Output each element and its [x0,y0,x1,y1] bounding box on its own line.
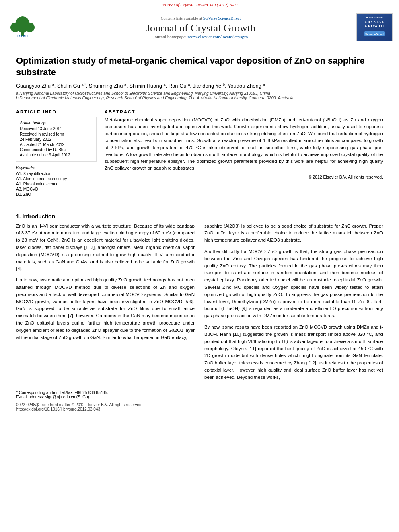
available-online: Available online 9 April 2012 [20,153,93,157]
logo-brand-top: POWERED BY [366,16,383,19]
svg-text:ScienceDirect: ScienceDirect [365,33,384,36]
accepted: Accepted 21 March 2012 [20,142,93,147]
history-title: Article history: [20,120,93,125]
revised-label: Received in revised form [20,132,93,136]
copyright: © 2012 Elsevier B.V. All rights reserved… [105,175,383,179]
intro-para-5: By now, some results have been reported … [204,324,383,381]
intro-para-2: Up to now, systematic and optimized high… [16,277,195,341]
abstract-col: ABSTRACT Metal-organic chemical vapor de… [105,109,383,197]
intro-heading-text: 1. Introduction [16,213,55,220]
affil-2: b Department of Electronic Materials Eng… [16,96,383,100]
affiliations: a Nanjing National Laboratory of Microst… [16,91,383,100]
affil-1: a Nanjing National Laboratory of Microst… [16,91,383,96]
intro-heading: 1. Introduction [16,213,383,220]
divider-2 [16,205,383,205]
sciverse-bar: Contents lists available at SciVerse Sci… [45,16,356,21]
keywords-title: Keywords: [16,166,97,170]
article-info-abstract: ARTICLE INFO Article history: Received 1… [16,109,383,197]
issn-line: 0022-0248/$ - see front matter © 2012 El… [16,403,383,407]
divider-1 [16,105,383,105]
journal-title: Journal of Crystal Growth [45,22,356,34]
communicated: Communicated by R. Bhat [20,148,93,152]
intro-para-1: ZnO is an II–VI semiconductor with a wur… [16,223,195,273]
svg-text:ELSEVIER: ELSEVIER [16,35,30,37]
elsevier-logo: ELSEVIER [6,14,39,40]
journal-header: ELSEVIER Contents lists available at Sci… [0,10,399,45]
svg-point-4 [25,23,35,32]
introduction-section: 1. Introduction ZnO is an II–VI semicond… [16,213,383,381]
abstract-heading: ABSTRACT [105,109,383,114]
keywords-section: Keywords: A1. X-ray diffraction A1. Atom… [16,166,97,197]
logo-line2: GROWTH [365,24,385,28]
authors-line: Guangyao Zhu a, Shulin Gu a,*, Shunming … [16,82,383,88]
homepage-link[interactable]: www.elsevier.com/locate/jcrysgro [188,34,248,39]
keyword-4: A3. MOCVD [16,187,97,191]
journal-homepage: journal homepage: www.elsevier.com/locat… [45,34,356,39]
article-info-col: ARTICLE INFO Article history: Received 1… [16,109,97,197]
doi-line: http://dx.doi.org/10.1016/j.jcrysgro.201… [16,407,383,411]
crystal-growth-logo: POWERED BY CRYSTAL GROWTH ScienceDirect [356,13,393,41]
authors-text: Guangyao Zhu a, Shulin Gu a,*, Shunming … [16,83,265,89]
logo-line1: CRYSTAL [364,20,384,24]
top-banner: Journal of Crystal Growth 349 (2012) 6–1… [0,0,399,10]
keyword-2: A1. Atomic force microscopy [16,177,97,181]
header-center: Contents lists available at SciVerse Sci… [45,16,356,39]
intro-para-3: sapphire (Al2O3) is believed to be a goo… [204,223,383,244]
svg-point-3 [10,23,20,32]
footnote-corresponding: * Corresponding author. Tel./fax: +86 25… [16,390,383,395]
intro-right-col: sapphire (Al2O3) is believed to be a goo… [204,223,383,381]
journal-reference: Journal of Crystal Growth 349 (2012) 6–1… [161,2,238,7]
footnote-area: * Corresponding author. Tel./fax: +86 25… [16,388,383,399]
article-info-box: Article history: Received 13 June 2011 R… [16,117,97,162]
keyword-1: A1. X-ray diffraction [16,171,97,176]
keyword-3: A1. Photoluminescence [16,182,97,186]
abstract-text: Metal-organic chemical vapor deposition … [105,117,383,172]
article-info-heading: ARTICLE INFO [16,109,97,114]
intro-left-col: ZnO is an II–VI semiconductor with a wur… [16,223,195,381]
main-content: Optimization study of metal-organic chem… [0,45,399,418]
received-1: Received 13 June 2011 [20,127,93,131]
footnote-email: E-mail address: slgu@nju.edu.cn (S. Gu). [16,395,383,399]
bottom-info: 0022-0248/$ - see front matter © 2012 El… [16,403,383,411]
intro-body: ZnO is an II–VI semiconductor with a wur… [16,223,383,381]
sciverse-link[interactable]: SciVerse ScienceDirect [203,16,241,21]
intro-para-4: Another difficulty for MOCVD ZnO growth … [204,248,383,320]
keyword-5: B1. ZnO [16,192,97,197]
revised-date: 24 February 2012 [20,137,93,142]
article-title: Optimization study of metal-organic chem… [16,55,383,78]
